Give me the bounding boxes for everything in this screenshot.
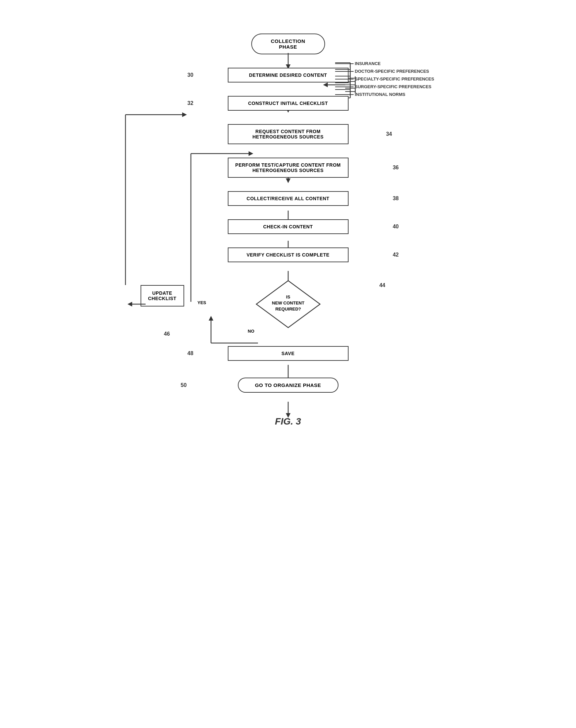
collect-receive-node: COLLECT/RECEIVE ALL CONTENT <box>228 191 349 206</box>
construct-checklist-label: CONSTRUCT INITIAL CHECKLIST <box>248 100 328 106</box>
svg-text:NEW CONTENT: NEW CONTENT <box>272 300 304 305</box>
ref-36: 36 <box>393 165 399 171</box>
go-to-organize-node: GO TO ORGANIZE PHASE <box>238 377 339 393</box>
update-checklist-label: UPDATE CHECKLIST <box>148 291 176 301</box>
ref-48: 48 <box>188 351 194 357</box>
no-label: NO <box>248 329 255 334</box>
collection-phase-label: COLLECTION PHASE <box>271 38 305 50</box>
annotation-doctor: DOCTOR-SPECIFIC PREFERENCES <box>355 69 429 74</box>
go-to-organize-label: GO TO ORGANIZE PHASE <box>255 382 321 388</box>
ref-46: 46 <box>164 331 170 337</box>
construct-checklist-node: CONSTRUCT INITIAL CHECKLIST <box>228 96 349 111</box>
check-in-label: CHECK-IN CONTENT <box>263 224 313 230</box>
request-content-label: REQUEST CONTENT FROM HETEROGENEOUS SOURC… <box>253 129 324 140</box>
svg-text:IS: IS <box>286 295 290 299</box>
perform-test-label: PERFORM TEST/CAPTURE CONTENT FROM HETERO… <box>235 162 341 173</box>
ref-30: 30 <box>188 72 194 78</box>
ref-44: 44 <box>379 282 385 289</box>
diamond-node: IS NEW CONTENT REQUIRED? <box>255 279 322 329</box>
fig-caption: FIG. 3 <box>144 416 432 427</box>
perform-test-node: PERFORM TEST/CAPTURE CONTENT FROM HETERO… <box>228 158 349 178</box>
check-in-node: CHECK-IN CONTENT <box>228 219 349 234</box>
save-label: SAVE <box>282 351 294 356</box>
verify-checklist-node: VERIFY CHECKLIST IS COMPLETE <box>228 247 349 262</box>
annotation-insurance: INSURANCE <box>355 61 381 66</box>
ref-50: 50 <box>181 382 187 388</box>
ref-34: 34 <box>386 131 392 137</box>
svg-text:REQUIRED?: REQUIRED? <box>275 306 301 311</box>
ref-42: 42 <box>393 252 399 258</box>
save-node: SAVE <box>228 346 349 361</box>
yes-label: YES <box>198 300 206 305</box>
determine-content-node: DETERMINE DESIRED CONTENT <box>228 68 349 83</box>
verify-checklist-label: VERIFY CHECKLIST IS COMPLETE <box>247 252 329 257</box>
ref-40: 40 <box>393 224 399 230</box>
ref-38: 38 <box>393 195 399 202</box>
determine-content-label: DETERMINE DESIRED CONTENT <box>249 72 327 78</box>
ref-32: 32 <box>188 100 194 106</box>
request-content-node: REQUEST CONTENT FROM HETEROGENEOUS SOURC… <box>228 124 349 144</box>
annotation-surgery: SURGERY-SPECIFIC PREFERENCES <box>355 84 432 89</box>
collection-phase-node: COLLECTION PHASE <box>251 33 325 54</box>
svg-marker-46 <box>127 302 132 306</box>
collect-receive-label: COLLECT/RECEIVE ALL CONTENT <box>247 196 329 201</box>
annotation-specialty: SPECIALTY-SPECIFIC PREFERENCES <box>355 77 434 82</box>
